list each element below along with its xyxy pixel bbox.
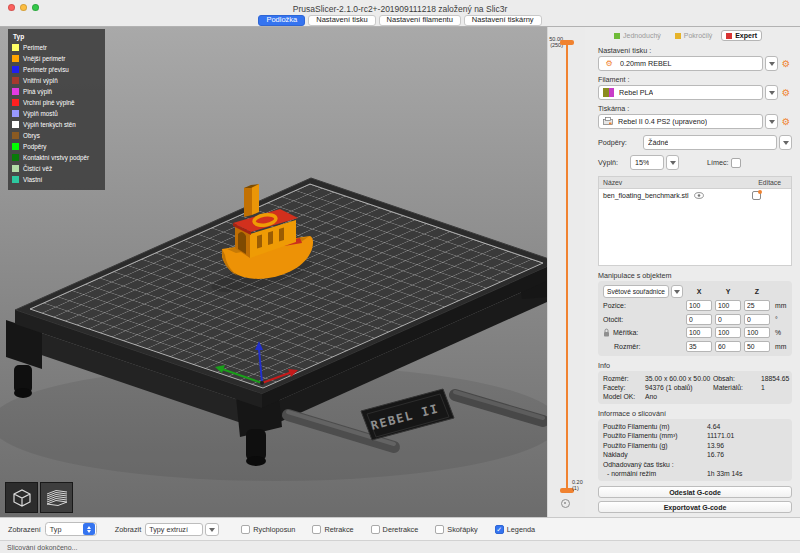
layer-slider-track[interactable] — [566, 44, 568, 493]
status-bar: Slicování dokončeno... — [0, 540, 800, 553]
zoom-window-icon[interactable] — [32, 4, 39, 11]
object-list-row[interactable]: ben_floating_benchmark.stl — [599, 189, 791, 202]
eye-icon[interactable] — [694, 192, 704, 199]
filament-color-swatch — [603, 88, 614, 97]
legend-swatch — [12, 165, 19, 172]
rotate-y-input[interactable] — [715, 314, 741, 325]
axis-y-header: Y — [715, 288, 741, 295]
view-type-select[interactable]: Typ — [45, 522, 97, 536]
scale-y-input[interactable] — [715, 327, 741, 338]
coordinate-space-select[interactable]: Světové souřadnice — [603, 285, 669, 298]
legend-checkbox[interactable] — [495, 525, 504, 534]
infill-label: Výplň: — [598, 158, 628, 167]
tab-plater[interactable]: Podložka — [258, 15, 305, 26]
travel-checkbox[interactable] — [241, 525, 250, 534]
rotate-z-input[interactable] — [744, 314, 770, 325]
position-y-input[interactable] — [715, 300, 741, 311]
infill-dropdown-chevron-icon[interactable] — [666, 155, 679, 170]
cost-value: 16.76 — [707, 451, 787, 458]
unretractions-checkbox[interactable] — [371, 525, 380, 534]
printer-profile-select[interactable]: Rebel II 0.4 PS2 (upraveno) — [598, 114, 763, 129]
sliced-info-title: Informace o slicování — [598, 409, 792, 418]
supports-select[interactable]: Žádné — [643, 135, 777, 150]
infill-select[interactable]: 15% — [630, 155, 664, 170]
size-z-input[interactable] — [744, 341, 770, 352]
close-window-icon[interactable] — [8, 4, 15, 11]
shells-checkbox-group[interactable]: Skořápky — [435, 525, 477, 534]
brim-checkbox[interactable] — [731, 158, 741, 168]
edit-object-icon[interactable] — [752, 191, 761, 200]
materials-count-value: 1 — [761, 384, 789, 391]
legend-checkbox-group[interactable]: Legenda — [495, 525, 535, 534]
status-text: Slicování dokončeno... — [7, 544, 77, 551]
printer-settings-gear-icon[interactable]: ⚙ — [780, 114, 792, 129]
print-settings-gear-icon[interactable]: ⚙ — [780, 56, 792, 71]
legend-swatch — [12, 143, 19, 150]
export-gcode-button[interactable]: Exportovat G-code — [598, 501, 792, 513]
legend-swatch — [12, 154, 19, 161]
filament-settings-gear-icon[interactable]: ⚙ — [780, 85, 792, 100]
show-features-chevron-icon[interactable] — [205, 523, 219, 536]
layers-icon — [44, 487, 70, 509]
lock-icon[interactable] — [603, 328, 610, 337]
window-title: PrusaSlicer-2.1.0-rc2+-201909111218 zalo… — [0, 0, 800, 14]
layer-slider-top-handle[interactable] — [560, 40, 574, 45]
supports-dropdown-chevron-icon[interactable] — [779, 135, 792, 150]
retractions-checkbox-group[interactable]: Retrakce — [312, 525, 353, 534]
edit-column-header: Editace — [758, 179, 781, 186]
model-facets-value: 94376 (1 obalů) — [645, 384, 711, 391]
printer-dropdown-chevron-icon[interactable] — [765, 114, 778, 129]
model-size-value: 35.00 x 60.00 x 50.00 — [645, 375, 711, 382]
print-profile-dropdown-chevron-icon[interactable] — [765, 56, 778, 71]
main-tabs: Podložka Nastavení tisku Nastavení filam… — [0, 14, 800, 26]
filament-dropdown-chevron-icon[interactable] — [765, 85, 778, 100]
minimize-window-icon[interactable] — [20, 4, 27, 11]
legend-swatch — [12, 44, 19, 51]
unretractions-checkbox-group[interactable]: Deretrakce — [371, 525, 419, 534]
3d-editor-view-button[interactable] — [5, 482, 38, 513]
3d-viewport[interactable]: REBEL II — [0, 27, 547, 517]
mode-switcher: Jednoduchý Pokročilý Expert — [598, 29, 792, 42]
mode-simple-button[interactable]: Jednoduchý — [609, 30, 666, 41]
scale-z-input[interactable] — [744, 327, 770, 338]
scale-x-input[interactable] — [686, 327, 712, 338]
legend-swatch — [12, 99, 19, 106]
name-column-header: Název — [603, 179, 622, 186]
legend-swatch — [12, 66, 19, 73]
position-z-input[interactable] — [744, 300, 770, 311]
titlebar: PrusaSlicer-2.1.0-rc2+-201909111218 zalo… — [0, 0, 800, 14]
mode-advanced-button[interactable]: Pokročilý — [670, 30, 717, 41]
shells-checkbox[interactable] — [435, 525, 444, 534]
object-list[interactable]: ben_floating_benchmark.stl — [598, 188, 792, 266]
select-stepper-icon — [83, 523, 95, 535]
cube-icon — [10, 487, 34, 509]
legend-swatch — [12, 132, 19, 139]
retractions-checkbox[interactable] — [312, 525, 321, 534]
tab-print-settings[interactable]: Nastavení tisku — [308, 15, 375, 26]
view-mode-toggles — [5, 482, 73, 513]
send-gcode-button[interactable]: Odeslat G-code — [598, 486, 792, 498]
mode-expert-button[interactable]: Expert — [721, 30, 762, 41]
size-x-input[interactable] — [686, 341, 712, 352]
legend-title: Typ — [13, 33, 101, 40]
print-profile-select[interactable]: ⚙ 0.20mm REBEL — [598, 56, 763, 71]
position-x-input[interactable] — [686, 300, 712, 311]
preview-view-button[interactable] — [40, 482, 73, 513]
info-title: Info — [598, 361, 792, 370]
tab-printer-settings[interactable]: Nastavení tiskárny — [464, 15, 542, 26]
travel-checkbox-group[interactable]: Rychloposun — [241, 525, 295, 534]
supports-label: Podpěry: — [598, 138, 641, 147]
coordinate-space-chevron-icon[interactable] — [671, 285, 683, 298]
axis-z-header: Z — [744, 288, 770, 295]
tab-filament-settings[interactable]: Nastavení filamentu — [379, 15, 461, 26]
rotate-label: Otočit: — [603, 316, 683, 323]
one-layer-lock-icon[interactable] — [561, 499, 570, 508]
legend-swatch — [12, 55, 19, 62]
legend-swatch — [12, 110, 19, 117]
show-features-select[interactable]: Typy extruzí — [145, 523, 203, 536]
rotate-x-input[interactable] — [686, 314, 712, 325]
filament-mm3-value: 11171.01 — [707, 432, 787, 439]
scale-label: Měřítka: — [603, 328, 683, 337]
filament-profile-select[interactable]: Rebel PLA — [598, 85, 763, 100]
size-y-input[interactable] — [715, 341, 741, 352]
